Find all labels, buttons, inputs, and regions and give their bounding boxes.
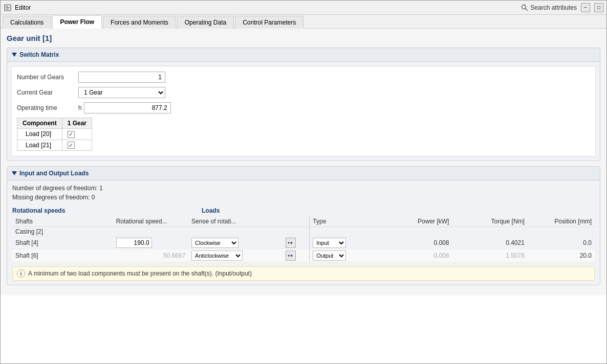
casing-speed [113,227,188,237]
tab-power-flow[interactable]: Power Flow [52,15,102,29]
io-loads-section: Input and Output Loads Number of degrees… [7,166,600,285]
collapse-icon [12,53,17,57]
operating-time-row: Operating time h [17,102,590,113]
shaft6-position: 20.0 [528,249,595,262]
shaft4-arrow-button[interactable] [286,238,296,248]
load20-checkbox[interactable] [68,131,75,138]
shaft4-position: 0.0 [528,237,595,249]
shaft4-speed-input[interactable] [116,238,152,248]
shaft4-sense: Clockwise Anticlockwise [188,237,283,249]
shaft4-speed [113,237,188,249]
operating-time-input[interactable] [84,102,171,113]
collapse-icon-io [12,171,17,175]
col-rot-speed: Rotational speed... [113,216,188,227]
shaft6-power: 0.008 [377,249,452,262]
casing-sense [188,227,283,237]
shaft4-arrow-icon[interactable] [283,237,310,249]
io-loads-header[interactable]: Input and Output Loads [7,167,600,180]
search-icon [521,4,528,11]
casing-type [310,227,377,237]
shaft4-torque: 0.4021 [452,237,527,249]
shaft6-type: Input Output [310,249,377,262]
load21-label: Load [21] [17,140,62,151]
load21-checkbox[interactable] [68,142,75,149]
editor-window: Editor Search attributes − □ Calculation… [0,0,607,364]
col-icon-1 [283,216,310,227]
casing-torque [452,227,527,237]
switch-matrix-section: Switch Matrix Number of Gears Current Ge… [7,48,600,161]
number-of-gears-label: Number of Gears [17,74,78,81]
shaft-4: Shaft [4] [12,237,113,249]
table-row: Load [20] [17,129,92,140]
shaft4-type: Input Output [310,237,377,249]
col-sense: Sense of rotati... [188,216,283,227]
search-area: Search attributes [521,4,577,11]
table-row: Casing [2] [12,227,595,237]
casing-power [377,227,452,237]
shaft-6: Shaft [6] [12,249,113,262]
operating-time-label: Operating time [17,104,78,111]
svg-point-4 [522,5,526,9]
load20-checkbox-cell [62,129,92,140]
io-table: Shafts Rotational speed... Sense of rota… [12,216,595,262]
operating-time-unit: h [78,104,82,111]
io-loads-body: Number of degrees of freedom: 1 Missing … [7,180,600,285]
col-1gear: 1 Gear [62,118,92,129]
io-loads-label: Input and Output Loads [19,170,89,177]
switch-table: Component 1 Gear Load [20] Load [21] [17,118,92,151]
window-title: Editor [15,4,31,11]
info-icon: i [17,269,25,278]
info-message: A minimum of two load components must be… [28,270,252,277]
rotational-speeds-label: Rotational speeds [12,207,186,214]
current-gear-select[interactable]: 1 Gear [78,87,165,98]
tab-operating-data[interactable]: Operating Data [177,16,234,29]
col-power: Power [kW] [377,216,452,227]
shaft6-sense: Clockwise Anticlockwise [188,249,283,262]
tab-control-parameters[interactable]: Control Parameters [235,16,304,29]
shaft4-type-select[interactable]: Input Output [313,238,346,248]
editor-icon [4,4,12,12]
shaft4-sense-select[interactable]: Clockwise Anticlockwise [191,238,239,248]
table-row: Shaft [6] 50.6667 Clockwise Anticlockwis… [12,249,595,262]
load21-checkbox-cell [62,140,92,151]
switch-matrix-header[interactable]: Switch Matrix [7,48,600,62]
switch-matrix-label: Switch Matrix [19,51,59,58]
table-row: Load [21] [17,140,92,151]
title-bar: Editor Search attributes − □ [1,1,606,15]
maximize-button[interactable]: □ [594,3,603,12]
dof2: Missing degrees of freedom: 0 [12,194,595,201]
current-gear-row: Current Gear 1 Gear [17,87,590,98]
svg-line-5 [526,8,528,11]
tabs-bar: Calculations Power Flow Forces and Momen… [1,15,606,29]
col-torque: Torque [Nm] [452,216,527,227]
shaft6-torque: 1.5078 [452,249,527,262]
page-title: Gear unit [1] [7,34,600,42]
shaft6-type-select[interactable]: Input Output [313,251,346,261]
shaft6-sense-select[interactable]: Clockwise Anticlockwise [191,251,243,261]
casing-position [528,227,595,237]
number-of-gears-input[interactable] [78,72,165,83]
shaft-casing: Casing [2] [12,227,113,237]
shaft6-arrow-icon[interactable] [283,249,310,262]
shaft4-power: 0.008 [377,237,452,249]
number-of-gears-row: Number of Gears [17,72,590,83]
col-shafts: Shafts [12,216,113,227]
minimize-button[interactable]: − [581,3,590,12]
col-position: Position [mm] [528,216,595,227]
info-bar: i A minimum of two load components must … [12,266,595,281]
main-content: Gear unit [1] Switch Matrix Number of Ge… [1,29,606,295]
col-type: Type [310,216,377,227]
shaft6-speed: 50.6667 [113,249,188,262]
shaft6-arrow-button[interactable] [286,251,296,261]
casing-icon [283,227,310,237]
search-label: Search attributes [530,4,577,11]
col-component: Component [17,118,62,129]
arrow-icon [288,240,294,246]
arrow-icon-2 [288,253,294,259]
table-row: Shaft [4] Clockwise Anticlockwise [12,237,595,249]
loads-label: Loads [202,207,220,214]
tab-forces-moments[interactable]: Forces and Moments [103,16,176,29]
tab-calculations[interactable]: Calculations [3,16,51,29]
switch-matrix-body: Number of Gears Current Gear 1 Gear Oper… [11,66,596,156]
dof1: Number of degrees of freedom: 1 [12,185,595,192]
